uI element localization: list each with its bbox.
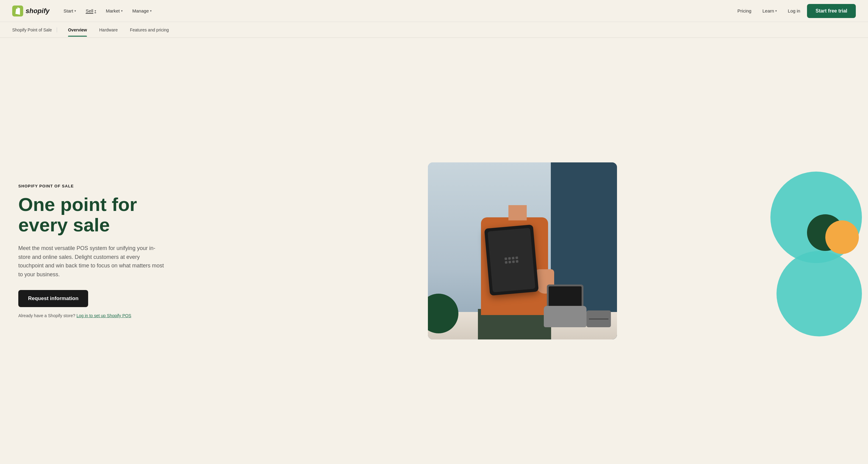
tablet-dot [512,260,515,263]
tablet-dot [508,257,511,260]
chevron-down-icon: ▾ [74,9,76,12]
hero-product-photo [428,163,617,340]
tablet-dot [516,260,519,263]
nav-item-market[interactable]: Market ▾ [101,6,127,16]
nav-item-sell[interactable]: Sell ▾ [82,6,100,16]
nav-sell-label: Sell [86,8,93,13]
tablet-dot [505,261,507,264]
login-link[interactable]: Log in [783,6,805,16]
nav-item-learn[interactable]: Learn ▾ [758,6,781,16]
hero-title-line2: every sale [18,214,110,235]
primary-nav: Start ▾ Sell ▾ Market ▾ Manage ▾ [59,6,733,16]
subnav-features-pricing[interactable]: Features and pricing [124,23,175,37]
chevron-down-icon: ▾ [121,9,123,12]
pos-terminal [538,285,593,327]
nav-item-start[interactable]: Start ▾ [59,6,80,16]
tablet-device [484,224,539,295]
orange-circle [825,221,859,254]
login-prompt-text: Already have a Shopify store? [18,313,75,318]
secondary-nav: Pricing Learn ▾ Log in Start free trial [733,4,856,18]
chevron-down-icon: ▾ [95,9,96,12]
hero-image-area [189,160,856,343]
hero-description: Meet the most versatile POS system for u… [18,244,165,279]
tablet-dot [508,261,511,263]
tablet-dot [512,257,515,259]
pricing-label: Pricing [738,8,751,13]
nav-manage-label: Manage [132,8,149,13]
tablet-screen [488,228,535,292]
start-trial-button[interactable]: Start free trial [807,4,856,18]
subnav-brand-label: Shopify Point of Sale [12,27,57,32]
chevron-down-icon: ▾ [775,9,777,12]
tablet-display [504,256,519,264]
nav-market-label: Market [106,8,120,13]
hero-login-link[interactable]: Log in to set up Shopify POS [76,313,131,318]
main-navbar: shopify Start ▾ Sell ▾ Market ▾ Manage ▾… [0,0,868,22]
learn-label: Learn [763,8,774,13]
person-neck [508,205,527,221]
chevron-down-icon: ▾ [150,9,152,12]
nav-item-pricing[interactable]: Pricing [733,6,756,16]
hero-title-line1: One point for [18,194,137,215]
hero-login-prompt: Already have a Shopify store? Log in to … [18,313,189,318]
teal-circle-bottom [776,251,862,337]
hero-section: SHOPIFY POINT OF SALE One point for ever… [0,38,868,464]
sub-navigation: Shopify Point of Sale Overview Hardware … [0,22,868,38]
nav-start-label: Start [63,8,73,13]
tablet-dot [504,257,507,260]
tablet-dot [516,256,518,259]
card-reader [587,311,611,327]
hero-content: SHOPIFY POINT OF SALE One point for ever… [18,184,189,318]
subnav-hardware[interactable]: Hardware [93,23,124,37]
subnav-overview[interactable]: Overview [62,23,93,37]
request-info-button[interactable]: Request information [18,290,88,307]
card-slot [589,318,609,319]
logo[interactable]: shopify [12,5,50,17]
pos-base [544,306,587,327]
hero-eyebrow: SHOPIFY POINT OF SALE [18,184,189,188]
decorative-shapes [734,160,862,343]
shopify-logo-icon [12,5,23,17]
logo-wordmark: shopify [26,7,50,15]
hero-title: One point for every sale [18,195,189,235]
nav-item-manage[interactable]: Manage ▾ [128,6,156,16]
